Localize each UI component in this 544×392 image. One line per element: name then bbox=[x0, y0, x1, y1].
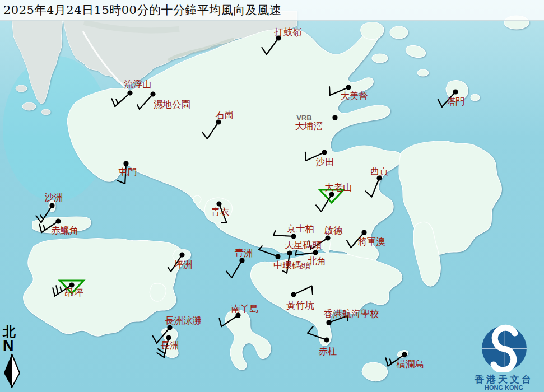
station-dot bbox=[291, 234, 296, 239]
hko-name-english: HONG KONG OBSERVATORY bbox=[464, 384, 544, 392]
station-dot bbox=[287, 250, 292, 255]
station-label-green-island: 青洲 bbox=[235, 248, 253, 258]
hko-logo: 香港天文台 HONG KONG OBSERVATORY bbox=[464, 324, 544, 392]
hko-name-chinese: 香港天文台 bbox=[464, 374, 544, 384]
station-label-tsing-yi: 青衣 bbox=[211, 207, 230, 217]
station-dot bbox=[332, 115, 337, 120]
map-title: 2025年4月24日15時00分的十分鐘平均風向及風速 bbox=[0, 2, 281, 18]
station-label-stanley: 赤柱 bbox=[319, 346, 337, 357]
north-compass: 北 N bbox=[1, 325, 24, 391]
hko-logo-icon bbox=[464, 324, 544, 372]
compass-north-letter: N bbox=[1, 338, 24, 353]
station-label-wong-chuk-hang: 黃竹坑 bbox=[286, 300, 314, 311]
station-label-ta-kwu-ling: 打鼓嶺 bbox=[273, 27, 302, 38]
north-arrow-icon bbox=[1, 353, 22, 389]
station-label-lamma-island: 南丫島 bbox=[231, 304, 259, 314]
station-dot bbox=[123, 161, 128, 166]
station-dot bbox=[325, 235, 330, 240]
station-dot bbox=[361, 230, 366, 235]
station-dot bbox=[275, 254, 280, 259]
station-dot bbox=[346, 85, 351, 90]
station-label-sha-chau: 沙洲 bbox=[45, 192, 63, 203]
hong-kong-map: 打鼓嶺流浮山濕地公園石崗大美督塔門大埔滘VRB沙田西貢大老山屯門沙洲赤鱲角青衣京… bbox=[0, 0, 544, 392]
station-tai-po-kau bbox=[332, 115, 337, 120]
station-label-cheung-chau-beach: 長洲泳灘 bbox=[165, 315, 202, 326]
station-label-waglan-island: 橫瀾島 bbox=[396, 359, 424, 370]
station-label-kings-park: 京士柏 bbox=[286, 223, 314, 234]
station-dot bbox=[326, 320, 331, 325]
station-label-kai-tak: 啟德 bbox=[324, 225, 343, 236]
station-dot bbox=[291, 292, 296, 297]
wind-map-page: { "title": "2025年4月24日15時00分的十分鐘平均風向及風速"… bbox=[0, 0, 544, 392]
station-label-tai-po-kau: 大埔滘 bbox=[295, 121, 323, 132]
station-dot bbox=[322, 150, 327, 155]
station-label-cheung-chau: 長洲 bbox=[161, 340, 179, 351]
station-label-tseung-kwan-o: 將軍澳 bbox=[357, 236, 385, 247]
variable-wind-label: VRB bbox=[296, 114, 311, 122]
station-label-sai-kung: 西貢 bbox=[370, 166, 389, 176]
station-dot bbox=[402, 352, 407, 357]
station-label-shek-kong: 石崗 bbox=[216, 110, 234, 120]
station-dot bbox=[239, 258, 244, 263]
station-dot bbox=[179, 252, 184, 257]
station-dot bbox=[49, 203, 54, 208]
station-dot bbox=[216, 201, 221, 206]
station-dot bbox=[127, 90, 132, 95]
station-dot bbox=[453, 89, 458, 94]
station-label-tap-mun: 塔門 bbox=[447, 96, 465, 107]
compass-north-hanzi: 北 bbox=[1, 325, 24, 338]
station-label-tates-cairn: 大老山 bbox=[324, 182, 352, 193]
station-label-ngong-ping: 昂坪 bbox=[65, 287, 84, 298]
station-dot bbox=[55, 218, 61, 223]
station-label-central-pier: 中環碼頭 bbox=[273, 260, 311, 270]
station-label-lau-fau-shan: 流浮山 bbox=[124, 79, 152, 90]
station-dot bbox=[150, 91, 155, 96]
station-label-chek-lap-kok: 赤鱲角 bbox=[51, 225, 79, 236]
station-label-peng-chau: 坪洲 bbox=[174, 259, 193, 270]
station-label-sha-tin: 沙田 bbox=[316, 157, 334, 167]
station-label-tuen-mun: 屯門 bbox=[119, 167, 137, 178]
station-label-north-point: 北角 bbox=[308, 256, 327, 267]
title-bar: 2025年4月24日15時00分的十分鐘平均風向及風速 bbox=[0, 0, 544, 21]
station-label-wetland-park: 濕地公園 bbox=[154, 99, 190, 110]
station-label-hk-sea-school: 香港航海學校 bbox=[324, 309, 380, 319]
station-label-tai-mei-tuk: 大美督 bbox=[340, 91, 368, 101]
station-label-star-ferry: 天星碼頭 bbox=[285, 240, 322, 250]
station-dot bbox=[313, 250, 318, 255]
station-dot bbox=[324, 337, 329, 342]
